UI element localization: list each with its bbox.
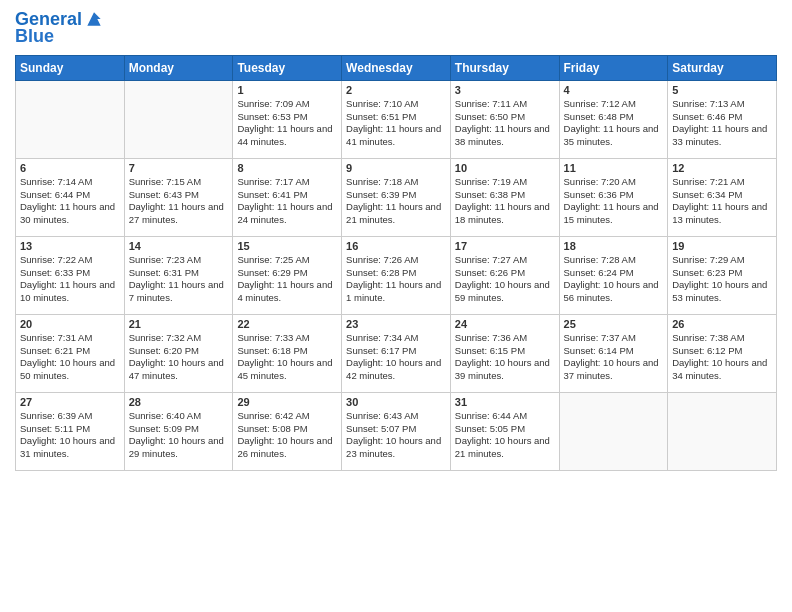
calendar-cell	[124, 80, 233, 158]
page-container: General Blue SundayMondayTuesdayWednesda…	[0, 0, 792, 481]
calendar-cell: 13Sunrise: 7:22 AMSunset: 6:33 PMDayligh…	[16, 236, 125, 314]
day-number: 20	[20, 318, 120, 330]
day-number: 16	[346, 240, 446, 252]
calendar-cell: 23Sunrise: 7:34 AMSunset: 6:17 PMDayligh…	[342, 314, 451, 392]
calendar-cell: 26Sunrise: 7:38 AMSunset: 6:12 PMDayligh…	[668, 314, 777, 392]
day-info: Sunrise: 7:25 AMSunset: 6:29 PMDaylight:…	[237, 254, 337, 305]
day-info: Sunrise: 6:44 AMSunset: 5:05 PMDaylight:…	[455, 410, 555, 461]
calendar-cell: 18Sunrise: 7:28 AMSunset: 6:24 PMDayligh…	[559, 236, 668, 314]
calendar-cell	[559, 392, 668, 470]
day-number: 1	[237, 84, 337, 96]
day-info: Sunrise: 7:11 AMSunset: 6:50 PMDaylight:…	[455, 98, 555, 149]
day-info: Sunrise: 7:38 AMSunset: 6:12 PMDaylight:…	[672, 332, 772, 383]
day-number: 12	[672, 162, 772, 174]
logo-icon	[84, 9, 104, 29]
col-header-monday: Monday	[124, 55, 233, 80]
day-number: 24	[455, 318, 555, 330]
day-number: 21	[129, 318, 229, 330]
svg-marker-0	[87, 12, 100, 25]
day-number: 15	[237, 240, 337, 252]
day-info: Sunrise: 7:22 AMSunset: 6:33 PMDaylight:…	[20, 254, 120, 305]
day-number: 5	[672, 84, 772, 96]
calendar-cell: 2Sunrise: 7:10 AMSunset: 6:51 PMDaylight…	[342, 80, 451, 158]
day-number: 10	[455, 162, 555, 174]
day-info: Sunrise: 6:40 AMSunset: 5:09 PMDaylight:…	[129, 410, 229, 461]
col-header-saturday: Saturday	[668, 55, 777, 80]
day-number: 3	[455, 84, 555, 96]
calendar-cell: 28Sunrise: 6:40 AMSunset: 5:09 PMDayligh…	[124, 392, 233, 470]
day-info: Sunrise: 6:42 AMSunset: 5:08 PMDaylight:…	[237, 410, 337, 461]
day-info: Sunrise: 7:14 AMSunset: 6:44 PMDaylight:…	[20, 176, 120, 227]
day-info: Sunrise: 7:17 AMSunset: 6:41 PMDaylight:…	[237, 176, 337, 227]
day-number: 27	[20, 396, 120, 408]
header-row: SundayMondayTuesdayWednesdayThursdayFrid…	[16, 55, 777, 80]
calendar-cell: 29Sunrise: 6:42 AMSunset: 5:08 PMDayligh…	[233, 392, 342, 470]
col-header-friday: Friday	[559, 55, 668, 80]
day-number: 8	[237, 162, 337, 174]
day-info: Sunrise: 7:26 AMSunset: 6:28 PMDaylight:…	[346, 254, 446, 305]
week-row-5: 27Sunrise: 6:39 AMSunset: 5:11 PMDayligh…	[16, 392, 777, 470]
day-info: Sunrise: 7:15 AMSunset: 6:43 PMDaylight:…	[129, 176, 229, 227]
day-info: Sunrise: 7:28 AMSunset: 6:24 PMDaylight:…	[564, 254, 664, 305]
calendar-cell: 25Sunrise: 7:37 AMSunset: 6:14 PMDayligh…	[559, 314, 668, 392]
day-info: Sunrise: 7:21 AMSunset: 6:34 PMDaylight:…	[672, 176, 772, 227]
day-info: Sunrise: 7:37 AMSunset: 6:14 PMDaylight:…	[564, 332, 664, 383]
day-number: 26	[672, 318, 772, 330]
calendar-cell	[16, 80, 125, 158]
day-info: Sunrise: 7:13 AMSunset: 6:46 PMDaylight:…	[672, 98, 772, 149]
day-number: 30	[346, 396, 446, 408]
calendar-cell: 24Sunrise: 7:36 AMSunset: 6:15 PMDayligh…	[450, 314, 559, 392]
day-number: 28	[129, 396, 229, 408]
calendar-cell: 20Sunrise: 7:31 AMSunset: 6:21 PMDayligh…	[16, 314, 125, 392]
day-info: Sunrise: 7:23 AMSunset: 6:31 PMDaylight:…	[129, 254, 229, 305]
week-row-4: 20Sunrise: 7:31 AMSunset: 6:21 PMDayligh…	[16, 314, 777, 392]
calendar-cell: 7Sunrise: 7:15 AMSunset: 6:43 PMDaylight…	[124, 158, 233, 236]
day-info: Sunrise: 7:29 AMSunset: 6:23 PMDaylight:…	[672, 254, 772, 305]
day-number: 25	[564, 318, 664, 330]
day-info: Sunrise: 7:20 AMSunset: 6:36 PMDaylight:…	[564, 176, 664, 227]
calendar-cell: 27Sunrise: 6:39 AMSunset: 5:11 PMDayligh…	[16, 392, 125, 470]
day-info: Sunrise: 7:27 AMSunset: 6:26 PMDaylight:…	[455, 254, 555, 305]
day-number: 31	[455, 396, 555, 408]
calendar-cell: 3Sunrise: 7:11 AMSunset: 6:50 PMDaylight…	[450, 80, 559, 158]
calendar-cell: 15Sunrise: 7:25 AMSunset: 6:29 PMDayligh…	[233, 236, 342, 314]
day-number: 11	[564, 162, 664, 174]
week-row-2: 6Sunrise: 7:14 AMSunset: 6:44 PMDaylight…	[16, 158, 777, 236]
day-number: 22	[237, 318, 337, 330]
header: General Blue	[15, 10, 777, 47]
day-number: 7	[129, 162, 229, 174]
day-info: Sunrise: 7:31 AMSunset: 6:21 PMDaylight:…	[20, 332, 120, 383]
calendar-cell: 22Sunrise: 7:33 AMSunset: 6:18 PMDayligh…	[233, 314, 342, 392]
day-number: 4	[564, 84, 664, 96]
col-header-thursday: Thursday	[450, 55, 559, 80]
calendar-cell: 8Sunrise: 7:17 AMSunset: 6:41 PMDaylight…	[233, 158, 342, 236]
week-row-3: 13Sunrise: 7:22 AMSunset: 6:33 PMDayligh…	[16, 236, 777, 314]
day-info: Sunrise: 6:39 AMSunset: 5:11 PMDaylight:…	[20, 410, 120, 461]
calendar-cell: 9Sunrise: 7:18 AMSunset: 6:39 PMDaylight…	[342, 158, 451, 236]
calendar-cell: 11Sunrise: 7:20 AMSunset: 6:36 PMDayligh…	[559, 158, 668, 236]
day-info: Sunrise: 7:10 AMSunset: 6:51 PMDaylight:…	[346, 98, 446, 149]
day-number: 9	[346, 162, 446, 174]
week-row-1: 1Sunrise: 7:09 AMSunset: 6:53 PMDaylight…	[16, 80, 777, 158]
day-number: 13	[20, 240, 120, 252]
col-header-wednesday: Wednesday	[342, 55, 451, 80]
day-number: 6	[20, 162, 120, 174]
calendar-cell: 12Sunrise: 7:21 AMSunset: 6:34 PMDayligh…	[668, 158, 777, 236]
day-number: 29	[237, 396, 337, 408]
day-info: Sunrise: 7:32 AMSunset: 6:20 PMDaylight:…	[129, 332, 229, 383]
calendar-cell: 21Sunrise: 7:32 AMSunset: 6:20 PMDayligh…	[124, 314, 233, 392]
logo: General Blue	[15, 10, 104, 47]
day-number: 19	[672, 240, 772, 252]
day-info: Sunrise: 7:18 AMSunset: 6:39 PMDaylight:…	[346, 176, 446, 227]
calendar-cell: 16Sunrise: 7:26 AMSunset: 6:28 PMDayligh…	[342, 236, 451, 314]
day-number: 14	[129, 240, 229, 252]
day-info: Sunrise: 7:33 AMSunset: 6:18 PMDaylight:…	[237, 332, 337, 383]
calendar-cell: 10Sunrise: 7:19 AMSunset: 6:38 PMDayligh…	[450, 158, 559, 236]
day-info: Sunrise: 6:43 AMSunset: 5:07 PMDaylight:…	[346, 410, 446, 461]
calendar-cell: 14Sunrise: 7:23 AMSunset: 6:31 PMDayligh…	[124, 236, 233, 314]
day-number: 2	[346, 84, 446, 96]
day-info: Sunrise: 7:19 AMSunset: 6:38 PMDaylight:…	[455, 176, 555, 227]
calendar-cell	[668, 392, 777, 470]
col-header-sunday: Sunday	[16, 55, 125, 80]
day-info: Sunrise: 7:12 AMSunset: 6:48 PMDaylight:…	[564, 98, 664, 149]
